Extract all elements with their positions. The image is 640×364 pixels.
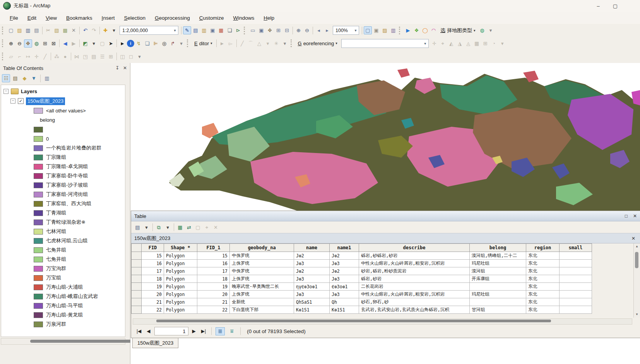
cell-belong[interactable] xyxy=(470,283,526,291)
toolbar-grip[interactable] xyxy=(2,53,5,60)
advanced-overflow-icon[interactable]: ▾ xyxy=(135,53,144,61)
layout-fixed-zoom-out-icon[interactable]: ⊟ xyxy=(283,26,291,34)
shift-raster-icon[interactable]: ◬ xyxy=(464,39,472,48)
fixed-zoom-out-icon[interactable]: ⊠ xyxy=(50,39,58,48)
layout-zoom-in-icon[interactable]: ⊕ xyxy=(294,26,303,34)
cell-small[interactable] xyxy=(560,275,592,283)
cell-region[interactable]: 东北 xyxy=(526,306,560,314)
editor-toolbar-toggle-icon[interactable]: ✎ xyxy=(183,26,191,34)
list-by-selection-icon[interactable]: ▼ xyxy=(30,74,38,82)
cell-belong[interactable]: 玛尼吐组 xyxy=(470,260,526,267)
legend-swatch[interactable] xyxy=(34,136,43,142)
toc-close-icon[interactable]: ✕ xyxy=(123,65,127,71)
menu-file[interactable]: File xyxy=(5,14,22,22)
maximize-button[interactable]: ▢ xyxy=(613,3,618,9)
arctoolbox-window-icon[interactable]: ▦ xyxy=(217,26,225,34)
cell-small[interactable] xyxy=(560,252,592,260)
legend-swatch[interactable] xyxy=(34,145,43,151)
undo-icon[interactable]: ↶ xyxy=(81,26,89,34)
related-tables-icon[interactable]: ⧉ xyxy=(155,223,163,231)
split-polygon-icon[interactable]: ▤ xyxy=(90,53,98,61)
layout-zoom-percent-combo[interactable]: 100%▾ xyxy=(333,26,359,35)
column-header-fid1[interactable]: FID_1 xyxy=(197,244,230,252)
toc-horizontal-scrollbar[interactable] xyxy=(1,338,125,345)
legend-swatch[interactable] xyxy=(34,257,43,262)
auto-registration-icon[interactable]: ◭ xyxy=(447,39,455,48)
layout-forward-extent-icon[interactable]: ▸ xyxy=(323,26,331,34)
full-extent-icon[interactable]: ◍ xyxy=(33,39,41,48)
data-driven-pages-icon[interactable]: ▥ xyxy=(389,26,397,34)
list-by-drawing-order-icon[interactable]: ☷ xyxy=(2,74,10,82)
legend-swatch[interactable] xyxy=(34,294,43,299)
color-ring-icon[interactable]: ◯ xyxy=(421,26,429,34)
cell-geobody[interactable]: 下白垩统下部 xyxy=(230,306,294,314)
legend-swatch[interactable] xyxy=(34,155,43,160)
cell-describe[interactable]: 砂岩,砾岩,粉砂质泥岩 xyxy=(359,267,470,275)
new-document-icon[interactable]: ▢ xyxy=(7,26,15,34)
cell-fid1[interactable]: 21 xyxy=(197,298,230,306)
construct-polygons-icon[interactable]: ◫ xyxy=(118,53,127,61)
cell-shape[interactable]: Polygon xyxy=(164,306,197,314)
show-all-records-icon[interactable]: ≣ xyxy=(216,327,225,335)
legend-swatch[interactable] xyxy=(34,247,43,253)
copy-features-tool-icon[interactable]: ▱ xyxy=(7,53,15,61)
cell-belong[interactable]: 玛尼吐组 xyxy=(470,291,526,298)
cell-region[interactable]: 东北 xyxy=(526,283,560,291)
zoom-whole-page-icon[interactable]: ▭ xyxy=(249,26,257,34)
hyperlink-icon[interactable]: ↯ xyxy=(135,39,143,48)
open-folder-icon[interactable]: ▨ xyxy=(15,26,24,34)
column-header-region[interactable]: region xyxy=(526,244,560,252)
layout-fixed-zoom-in-icon[interactable]: ⊞ xyxy=(274,26,282,34)
current-record-input[interactable]: 1 xyxy=(154,327,188,335)
menu-selection[interactable]: Selection xyxy=(120,14,150,22)
find-route-icon[interactable]: ↱ xyxy=(169,39,177,48)
cell-small[interactable] xyxy=(560,260,592,267)
paste-icon[interactable]: ▩ xyxy=(61,26,69,34)
cell-fid[interactable]: 15 xyxy=(142,252,164,260)
cut-icon[interactable]: ✂ xyxy=(44,26,52,34)
menu-view[interactable]: View xyxy=(41,14,61,22)
related-tables-dropdown-icon[interactable]: ▾ xyxy=(164,223,172,231)
print-icon[interactable]: ▤ xyxy=(33,26,41,34)
clear-selected-features-icon[interactable]: ▢ xyxy=(98,39,106,48)
cell-belong[interactable] xyxy=(470,298,526,306)
table-of-contents-window-icon[interactable]: ▤ xyxy=(192,26,200,34)
cell-describe[interactable]: 中性火山熔岩,火山碎屑岩,粗安岩,沉积岩 xyxy=(359,260,470,267)
cell-geobody[interactable]: 上侏罗统 xyxy=(230,275,294,283)
legend-swatch[interactable] xyxy=(34,192,43,197)
cell-name1[interactable]: J⊕3 xyxy=(330,260,359,267)
snap-star-icon[interactable]: ✳ xyxy=(272,39,281,48)
redo-icon[interactable]: ↷ xyxy=(90,26,98,34)
column-header-name[interactable]: name xyxy=(294,244,330,252)
cell-shape[interactable]: Polygon xyxy=(164,252,197,260)
georeferencing-layer-combo[interactable]: ▾ xyxy=(341,39,429,48)
cell-geobody[interactable]: 全新统 xyxy=(230,298,294,306)
menu-bookmarks[interactable]: Bookmarks xyxy=(62,14,97,22)
extend-tool-icon[interactable]: ↦ xyxy=(24,53,32,61)
cell-fid1[interactable]: 17 xyxy=(197,267,230,275)
cell-describe[interactable]: 中性火山熔岩,火山碎屑岩,粗安岩,沉积岩 xyxy=(359,291,470,298)
save-icon[interactable]: ▥ xyxy=(24,26,32,34)
editor-overflow-icon[interactable]: ▾ xyxy=(281,39,289,48)
row-selector[interactable] xyxy=(132,291,142,298)
find-icon[interactable]: ◎ xyxy=(160,39,168,48)
cell-fid[interactable]: 20 xyxy=(142,291,164,298)
row-selector[interactable] xyxy=(132,283,142,291)
change-layout-icon[interactable]: ▨ xyxy=(381,26,389,34)
cell-name[interactable]: QhSaS1 xyxy=(294,298,330,306)
show-selected-records-icon[interactable]: ⩸ xyxy=(227,327,236,335)
split-lines-icon[interactable]: ◻ xyxy=(127,53,135,61)
fillet-tool-icon[interactable]: ⌐ xyxy=(15,53,24,61)
cell-name1[interactable]: ∈⊕3o⊕1 xyxy=(330,283,359,291)
cell-fid1[interactable]: 15 xyxy=(197,252,230,260)
cell-region[interactable]: 东北 xyxy=(526,275,560,283)
zoom-100-icon[interactable]: ▣ xyxy=(257,26,265,34)
select-link-icon[interactable]: ⌖ xyxy=(439,39,447,48)
cell-fid[interactable]: 18 xyxy=(142,275,164,283)
rainbow-ramp-icon[interactable]: ◠ xyxy=(430,26,438,34)
cell-name1[interactable]: Qh xyxy=(330,298,359,306)
trim-tool-icon[interactable]: ✛ xyxy=(33,53,41,61)
cell-shape[interactable]: Polygon xyxy=(164,283,197,291)
delete-selected-icon[interactable]: ✕ xyxy=(212,223,220,231)
toolbar-grip[interactable] xyxy=(2,39,5,47)
